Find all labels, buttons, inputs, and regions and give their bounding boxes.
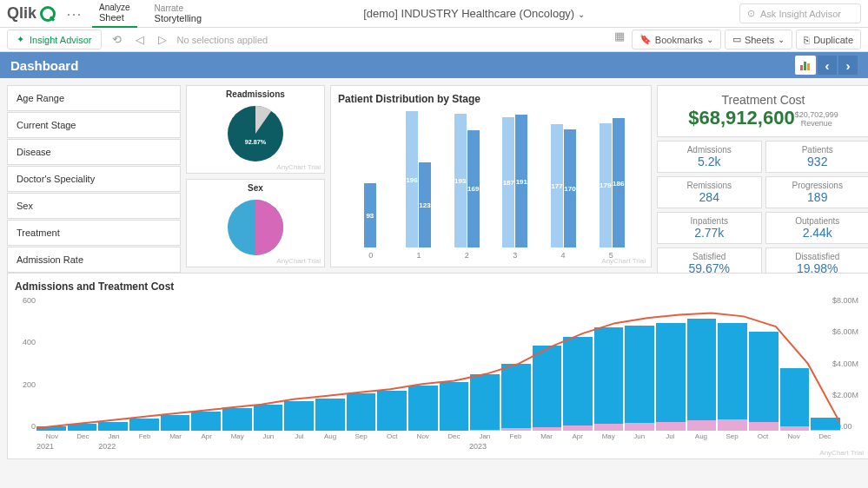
selection-tool-icon[interactable]: ⟲ <box>109 33 125 46</box>
bulb-icon: ✦ <box>17 34 24 45</box>
app-title-dropdown[interactable]: [demo] INDUSTRY Healthcare (Oncology) ⌄ <box>219 7 729 20</box>
copy-icon: ⎘ <box>804 35 810 45</box>
filter-current-stage[interactable]: Current Stage <box>7 112 181 138</box>
bookmarks-button[interactable]: 🔖Bookmarks⌄ <box>632 30 721 49</box>
nav-narrate[interactable]: NarrateStorytelling <box>148 0 209 27</box>
combo-bar <box>780 368 810 431</box>
combo-bar <box>749 332 779 431</box>
bookmark-icon: 🔖 <box>639 34 652 45</box>
selections-status: No selections applied <box>177 35 268 45</box>
combo-bar <box>656 323 686 431</box>
grid-icon[interactable]: ▦ <box>611 30 628 49</box>
chart-icon[interactable] <box>795 56 816 75</box>
combo-bar <box>563 337 593 432</box>
combo-bar <box>687 319 717 431</box>
svg-rect-1 <box>804 62 806 70</box>
combo-bar <box>533 346 562 431</box>
sex-chart[interactable]: Sex AnyChart Trial <box>186 179 325 267</box>
bar-group: 187191 <box>492 115 539 247</box>
svg-rect-0 <box>800 65 803 70</box>
kpi-progressions[interactable]: Progressions189 <box>765 176 869 208</box>
kpi-admissions[interactable]: Admissions5.2k <box>657 141 762 173</box>
combo-bar <box>254 405 283 431</box>
sheet-icon: ▭ <box>732 34 741 45</box>
combo-bar <box>191 412 221 431</box>
duplicate-button[interactable]: ⎘Duplicate <box>796 30 861 49</box>
filter-treatment[interactable]: Treatment <box>7 220 181 246</box>
filter-disease[interactable]: Disease <box>7 139 181 165</box>
combo-bar <box>36 426 66 431</box>
readmissions-chart[interactable]: Readmissions 92.87% AnyChart Trial <box>186 85 325 174</box>
combo-bar <box>811 418 840 432</box>
combo-bar <box>470 374 500 431</box>
dashboard-title: Dashboard <box>10 58 78 73</box>
kpi-remissions[interactable]: Remissions284 <box>657 176 762 208</box>
kpi-patients[interactable]: Patients932 <box>765 141 869 173</box>
bar-group: 193169 <box>443 114 490 247</box>
combo-bar <box>98 422 128 431</box>
combo-bar <box>68 424 97 431</box>
logo: Qlik <box>7 4 56 23</box>
bar-group: 177170 <box>540 124 587 247</box>
more-icon[interactable]: ⋯ <box>66 4 82 23</box>
bar-group: 93 <box>347 183 394 247</box>
bar-group: 196123 <box>395 111 442 247</box>
combo-bar <box>594 327 624 431</box>
admissions-cost-chart[interactable]: Admissions and Treatment Cost 6004002000… <box>7 273 868 459</box>
search-icon: ⊙ <box>747 8 755 19</box>
combo-bar <box>315 399 345 431</box>
forward-icon[interactable]: ▷ <box>155 33 170 46</box>
svg-rect-2 <box>807 63 810 70</box>
filter-doctor-s-speciality[interactable]: Doctor's Speciality <box>7 166 181 192</box>
sheets-button[interactable]: ▭Sheets⌄ <box>725 30 792 49</box>
combo-bar <box>161 415 190 431</box>
kpi-outpatients[interactable]: Outpatients2.44k <box>765 212 869 244</box>
filter-admission-rate[interactable]: Admission Rate <box>7 247 181 273</box>
bar-group: 179186 <box>588 118 635 247</box>
combo-bar <box>377 391 407 432</box>
insight-advisor-button[interactable]: ✦Insight Advisor <box>7 30 102 49</box>
next-sheet-button[interactable]: › <box>838 56 858 75</box>
nav-analyze[interactable]: AnalyzeSheet <box>92 0 137 28</box>
filter-sex[interactable]: Sex <box>7 193 181 219</box>
search-input[interactable]: ⊙ Ask Insight Advisor <box>739 3 861 23</box>
combo-bar <box>129 419 159 431</box>
stage-distribution-chart[interactable]: Patient Distribution by Stage 9319612319… <box>330 85 652 267</box>
filter-age-range[interactable]: Age Range <box>7 85 181 111</box>
prev-sheet-button[interactable]: ‹ <box>818 56 837 75</box>
svg-text:92.87%: 92.87% <box>245 138 267 146</box>
combo-bar <box>718 323 747 431</box>
kpi-inpatients[interactable]: Inpatients2.77k <box>657 212 762 244</box>
combo-bar <box>625 326 654 431</box>
combo-bar <box>501 364 531 432</box>
combo-bar <box>440 382 469 431</box>
filter-pane: Age RangeCurrent StageDiseaseDoctor's Sp… <box>7 85 181 267</box>
kpi-treatment-cost[interactable]: Treatment Cost $68,912,600$20,702,999Rev… <box>657 85 868 137</box>
combo-bar <box>347 393 376 431</box>
back-icon[interactable]: ◁ <box>132 33 148 46</box>
combo-bar <box>222 408 252 431</box>
combo-bar <box>284 401 314 431</box>
combo-bar <box>408 386 438 431</box>
